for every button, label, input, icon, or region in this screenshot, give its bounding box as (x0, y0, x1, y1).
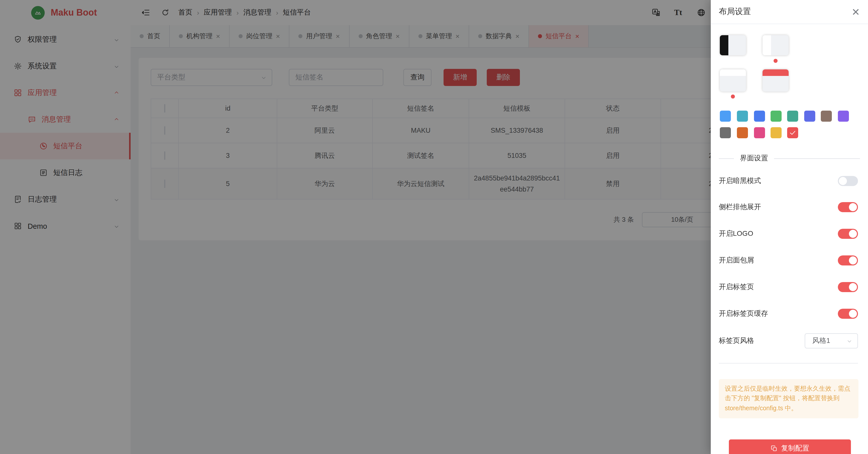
close-icon[interactable]: ✕ (851, 7, 860, 17)
color-swatch[interactable] (771, 127, 782, 138)
color-swatch-selected[interactable] (787, 127, 798, 138)
color-swatch[interactable] (771, 111, 782, 122)
chevron-down-icon (846, 338, 852, 344)
light-sidebar-preview (763, 35, 771, 55)
dark-mode-toggle[interactable] (838, 176, 858, 186)
setting-row-logo: 开启LOGO (719, 226, 858, 242)
color-swatch[interactable] (804, 111, 815, 122)
setting-row-tab-style: 标签页风格 风格1 (719, 333, 858, 349)
primary-header-preview (763, 69, 788, 76)
layout-option-light-header[interactable] (720, 69, 746, 91)
setting-row-sidebar-accordion: 侧栏排他展开 (719, 199, 858, 215)
breadcrumb-toggle[interactable] (838, 255, 858, 265)
dark-sidebar-preview (720, 35, 728, 55)
setting-row-tabs: 开启标签页 (719, 279, 858, 295)
setting-row-dark-mode: 开启暗黑模式 (719, 173, 858, 189)
section-title: 界面设置 (740, 154, 768, 163)
layout-option-primary-header[interactable] (763, 69, 788, 91)
setting-row-breadcrumb: 开启面包屑 (719, 252, 858, 268)
color-swatch[interactable] (737, 111, 748, 122)
color-swatch[interactable] (720, 127, 731, 138)
copy-config-button[interactable]: 复制配置 (729, 439, 851, 454)
selected-dot (731, 94, 735, 98)
color-swatch[interactable] (754, 127, 765, 138)
sidebar-accordion-toggle[interactable] (838, 202, 858, 212)
copy-icon (771, 445, 778, 452)
divider (719, 363, 858, 364)
light-header-preview (720, 69, 746, 76)
color-swatch[interactable] (787, 111, 798, 122)
color-swatch[interactable] (821, 111, 832, 122)
color-swatch[interactable] (754, 111, 765, 122)
color-swatch[interactable] (737, 127, 748, 138)
tab-cache-toggle[interactable] (838, 309, 858, 319)
color-swatch[interactable] (720, 111, 731, 122)
drawer-header: 布局设置 ✕ (711, 0, 868, 24)
selected-dot (774, 59, 778, 63)
drawer-title: 布局设置 (719, 6, 751, 17)
tabs-toggle[interactable] (838, 282, 858, 292)
logo-toggle[interactable] (838, 229, 858, 239)
layout-settings-drawer: 布局设置 ✕ (711, 0, 868, 454)
setting-row-tab-cache: 开启标签页缓存 (719, 306, 858, 322)
interface-section-divider: 界面设置 (719, 154, 860, 163)
tab-style-value: 风格1 (812, 336, 830, 345)
layout-option-light-sidebar[interactable] (763, 35, 788, 55)
color-swatch[interactable] (838, 111, 849, 122)
settings-notice: 设置之后仅是临时生效，要想永久生效，需点击下方的 "复制配置" 按钮，将配置替换… (719, 379, 859, 418)
layout-option-dark-sidebar[interactable] (720, 35, 746, 55)
tab-style-select[interactable]: 风格1 (805, 333, 858, 348)
check-icon (788, 129, 797, 137)
